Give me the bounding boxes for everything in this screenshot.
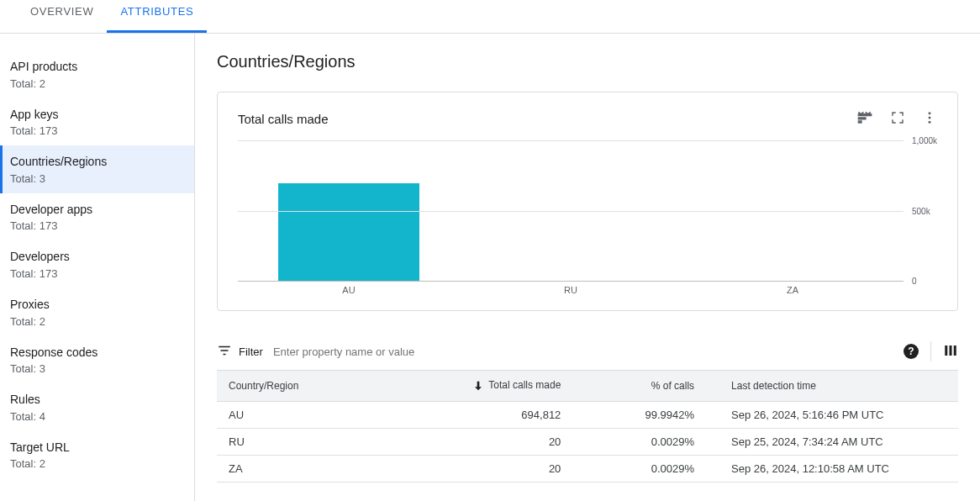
cell-percent: 0.0029% [572, 456, 706, 483]
chart-ytick: 1,000k [907, 136, 937, 145]
sidebar-item-total: Total: 3 [10, 172, 184, 185]
svg-point-1 [929, 117, 931, 119]
main-content: Countries/Regions Total calls made [195, 34, 980, 501]
cell-calls: 20 [440, 456, 573, 483]
columns-icon[interactable] [943, 343, 958, 361]
cell-country: ZA [217, 456, 440, 483]
filter-icon[interactable] [217, 343, 232, 361]
sidebar-item[interactable]: Countries/RegionsTotal: 3 [0, 145, 194, 193]
help-icon[interactable]: ? [904, 344, 919, 359]
sidebar-item-label: Rules [10, 392, 184, 409]
filter-row: Filter ? [217, 338, 958, 370]
col-country[interactable]: Country/Region [217, 371, 440, 402]
cell-percent: 0.0029% [572, 429, 706, 456]
legend-toggle-icon[interactable] [856, 109, 873, 129]
chart-bar[interactable] [278, 183, 420, 281]
table-row[interactable]: AU694,81299.9942%Sep 26, 2024, 5:16:46 P… [217, 402, 958, 429]
sidebar-item-total: Total: 3 [10, 362, 184, 375]
sidebar-item[interactable]: API productsTotal: 2 [0, 50, 194, 98]
cell-country: RU [217, 429, 440, 456]
tab-overview[interactable]: OVERVIEW [17, 0, 107, 33]
sidebar-item[interactable]: Developer appsTotal: 173 [0, 193, 194, 241]
filter-input[interactable] [273, 342, 904, 361]
col-percent[interactable]: % of calls [572, 371, 706, 402]
more-options-icon[interactable] [922, 110, 937, 128]
sidebar-item-total: Total: 173 [10, 267, 184, 280]
sidebar-item-total: Total: 173 [10, 219, 184, 232]
sidebar-item[interactable]: DevelopersTotal: 173 [0, 240, 194, 288]
chart-ytick: 0 [907, 277, 937, 286]
sidebar-item-label: API products [10, 59, 184, 76]
sidebar-item[interactable]: Response codesTotal: 3 [0, 336, 194, 384]
sidebar-item-label: Target URL [10, 440, 184, 456]
sidebar-item[interactable]: RulesTotal: 4 [0, 383, 194, 431]
chart: 1,000k500k0 AURUZA [238, 140, 937, 300]
svg-rect-5 [954, 345, 956, 356]
fullscreen-icon[interactable] [890, 110, 905, 128]
table-row[interactable]: RU200.0029%Sep 25, 2024, 7:34:24 AM UTC [217, 429, 958, 456]
col-calls[interactable]: Total calls made [440, 371, 573, 402]
sidebar: API productsTotal: 2App keysTotal: 173Co… [0, 34, 195, 501]
svg-rect-4 [950, 345, 952, 356]
sidebar-item-label: Response codes [10, 345, 184, 361]
cell-calls: 20 [440, 429, 573, 456]
col-time[interactable]: Last detection time [706, 371, 958, 402]
sidebar-item-total: Total: 2 [10, 315, 184, 328]
chart-title: Total calls made [238, 112, 856, 126]
sidebar-item-label: Developer apps [10, 202, 184, 219]
chart-gridline [238, 211, 904, 212]
svg-point-2 [929, 121, 931, 124]
page-title: Countries/Regions [217, 52, 958, 71]
cell-time: Sep 26, 2024, 12:10:58 AM UTC [706, 456, 958, 483]
sidebar-item-label: App keys [10, 107, 184, 124]
chart-xtick: AU [238, 285, 460, 300]
cell-time: Sep 25, 2024, 7:34:24 AM UTC [706, 429, 958, 456]
sidebar-item[interactable]: ProxiesTotal: 2 [0, 288, 194, 336]
cell-country: AU [217, 402, 440, 429]
sidebar-item-total: Total: 173 [10, 124, 184, 137]
chart-ytick: 500k [907, 206, 937, 215]
cell-calls: 694,812 [440, 402, 573, 429]
chart-xtick: ZA [682, 285, 904, 300]
cell-time: Sep 26, 2024, 5:16:46 PM UTC [706, 402, 958, 429]
chart-xtick: RU [460, 285, 682, 300]
sidebar-item-label: Developers [10, 249, 184, 266]
table-row[interactable]: ZA200.0029%Sep 26, 2024, 12:10:58 AM UTC [217, 456, 958, 483]
sidebar-item[interactable]: App keysTotal: 173 [0, 98, 194, 146]
divider [930, 341, 931, 361]
svg-rect-3 [945, 345, 947, 356]
sidebar-item-label: Proxies [10, 297, 184, 314]
tab-attributes[interactable]: ATTRIBUTES [107, 0, 207, 33]
sidebar-item[interactable]: Target URLTotal: 2 [0, 431, 194, 479]
sidebar-item-total: Total: 2 [10, 457, 184, 470]
chart-gridline [238, 140, 904, 141]
tabs: OVERVIEW ATTRIBUTES [0, 0, 980, 34]
sidebar-item-total: Total: 2 [10, 77, 184, 90]
sidebar-item-label: Countries/Regions [10, 154, 184, 171]
sort-desc-icon [472, 379, 485, 393]
chart-card: Total calls made 1,000k500k0 [217, 92, 958, 311]
svg-point-0 [929, 112, 931, 114]
data-table: Country/Region Total calls made % of cal… [217, 370, 958, 483]
sidebar-item-total: Total: 4 [10, 410, 184, 423]
cell-percent: 99.9942% [572, 402, 706, 429]
filter-label: Filter [239, 345, 263, 358]
